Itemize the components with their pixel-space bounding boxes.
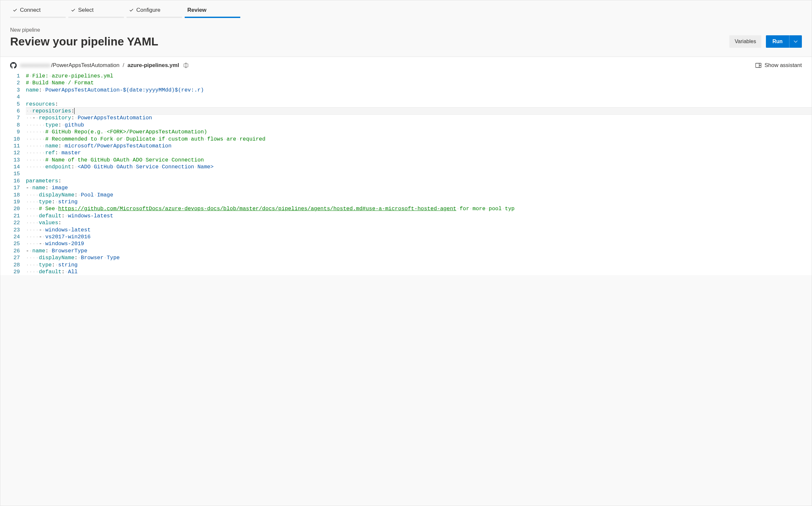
breadcrumb: xxxxxxxxxxx /PowerAppsTestAutomation / a…	[10, 62, 190, 69]
code-line: #·Build·Name·/·Format	[26, 79, 812, 86]
code-line: ····default:·windows-latest	[26, 213, 812, 219]
check-icon	[13, 8, 17, 12]
code-line: ······#·Recommended·to·Fork·or·Duplicate…	[26, 136, 812, 143]
show-assistant-button[interactable]: Show assistant	[755, 62, 802, 69]
code-line: ······endpoint:·<ADO·GitHub·OAuth·Servic…	[26, 163, 812, 170]
code-line: ····-·windows-latest	[26, 227, 812, 233]
code-line: ····values:	[26, 219, 812, 226]
code-line	[26, 170, 812, 177]
code-line: name:·PowerAppsTestAutomation-$(date:yyy…	[26, 87, 812, 93]
wizard-tab-review[interactable]: Review	[185, 4, 240, 18]
code-line: ····-·windows-2019	[26, 240, 812, 247]
code-line: ····type:·string	[26, 198, 812, 205]
variables-button[interactable]: Variables	[729, 35, 761, 48]
code-line: -·name:·image	[26, 184, 812, 191]
subtitle: New pipeline	[10, 27, 802, 33]
code-line: #·File:·azure-pipelines.yml	[26, 73, 812, 79]
code-line: ······#·Name·of·the·GitHub·OAuth·ADO·Ser…	[26, 157, 812, 163]
wizard-tab-select[interactable]: Select	[68, 4, 124, 18]
code-line: resources:	[26, 101, 812, 107]
wizard-tab-connect[interactable]: Connect	[10, 4, 66, 18]
breadcrumb-owner: xxxxxxxxxxx	[20, 62, 51, 69]
code-line: ······#·GitHub·Repo(e.g.·<FORK>/PowerApp…	[26, 129, 812, 135]
github-icon	[10, 62, 17, 69]
code-line: ··-·repository:·PowerAppsTestAutomation	[26, 114, 812, 121]
code-line: ····displayName:·Browser·Type	[26, 254, 812, 261]
code-line: parameters:	[26, 177, 812, 184]
panel-icon	[755, 63, 761, 68]
code-line: ······name:·microsoft/PowerAppsTestAutom…	[26, 143, 812, 149]
wizard-tab-configure[interactable]: Configure	[126, 4, 182, 18]
run-split-button: Run	[766, 35, 802, 48]
code-line: ··repositories:	[26, 107, 812, 114]
code-line: ······type:·github	[26, 121, 812, 129]
page-title: Review your pipeline YAML	[10, 35, 158, 48]
code-line: ····default:·All	[26, 268, 812, 275]
code-line: ······ref:·master	[26, 149, 812, 156]
run-dropdown-button[interactable]	[789, 35, 802, 48]
code-line: ····displayName:·Pool·Image	[26, 191, 812, 198]
rename-icon[interactable]	[184, 63, 190, 68]
code-line	[26, 93, 812, 100]
wizard-tabs: ConnectSelectConfigureReview	[10, 4, 802, 18]
run-button[interactable]: Run	[766, 35, 789, 48]
line-gutter: 1234567891011121314151617181920212223242…	[10, 73, 26, 275]
code-line: ····type:·string	[26, 261, 812, 268]
code-line: ····-·vs2017-win2016	[26, 233, 812, 240]
chevron-down-icon	[793, 39, 798, 44]
breadcrumb-repo[interactable]: /PowerAppsTestAutomation	[51, 62, 120, 69]
code-line: ····#·See·https://github.com/MicrosoftDo…	[26, 205, 812, 212]
yaml-editor[interactable]: 1234567891011121314151617181920212223242…	[0, 73, 812, 275]
check-icon	[129, 8, 134, 12]
breadcrumb-file: azure-pipelines.yml	[127, 62, 179, 69]
check-icon	[71, 8, 76, 12]
code-line: -·name:·BrowserType	[26, 247, 812, 254]
